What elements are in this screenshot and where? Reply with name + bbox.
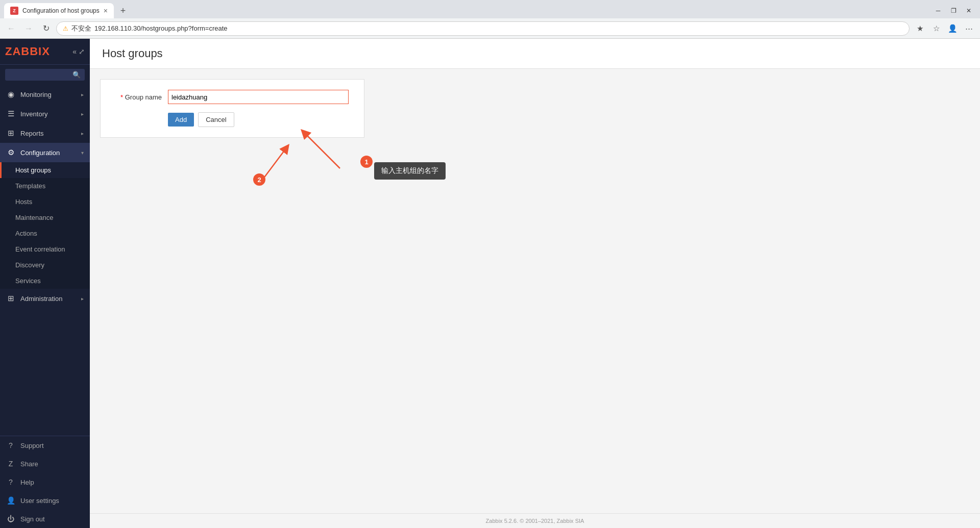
cancel-button[interactable]: Cancel	[198, 112, 234, 127]
sidebar-bottom: ? Support Z Share ? Help 👤 User settings…	[0, 436, 90, 528]
profile-button[interactable]: 👤	[945, 21, 960, 36]
close-tab-button[interactable]: ×	[104, 7, 108, 15]
sidebar-item-sign-out[interactable]: ⏻ Sign out	[0, 510, 90, 528]
sidebar-bottom-label: Help	[20, 479, 34, 486]
sidebar-item-reports[interactable]: ⊞ Reports ▸	[0, 123, 90, 143]
sidebar-item-templates[interactable]: Templates	[0, 178, 90, 194]
sidebar-item-host-groups[interactable]: Host groups	[0, 162, 90, 178]
annotation-tooltip: 输入主机组的名字	[374, 162, 446, 180]
close-window-button[interactable]: ✕	[962, 4, 976, 18]
sidebar-item-administration[interactable]: ⊞ Administration ▸	[0, 289, 90, 308]
sidebar-item-event-correlation[interactable]: Event correlation	[0, 241, 90, 257]
reload-button[interactable]: ↻	[39, 21, 53, 36]
group-name-input[interactable]	[168, 90, 349, 104]
sidebar-item-configuration[interactable]: ⚙ Configuration ▾	[0, 143, 90, 162]
search-box: 🔍	[0, 65, 90, 85]
configuration-icon: ⚙	[6, 148, 15, 157]
group-name-row: * Group name	[116, 90, 349, 104]
tab-title: Configuration of host groups	[22, 7, 100, 14]
search-wrap[interactable]: 🔍	[5, 69, 85, 81]
logo-controls: « ⤢	[72, 47, 85, 56]
expand-button[interactable]: ⤢	[79, 47, 85, 56]
sidebar-logo: ZABBIX « ⤢	[0, 39, 90, 65]
security-icon: ⚠	[63, 25, 68, 32]
collapse-button[interactable]: «	[72, 47, 77, 56]
monitoring-icon: ◉	[6, 90, 15, 99]
sidebar-item-monitoring[interactable]: ◉ Monitoring ▸	[0, 85, 90, 104]
sidebar-bottom-label: Support	[20, 442, 44, 449]
logo-text: ZABBIX	[5, 45, 50, 58]
configuration-sub-nav: Host groups Templates Hosts Maintenance …	[0, 162, 90, 289]
inventory-icon: ☰	[6, 109, 15, 118]
back-button[interactable]: ←	[4, 21, 18, 36]
browser-chrome: Z Configuration of host groups × + ─ ❐ ✕…	[0, 0, 980, 39]
forward-button[interactable]: →	[21, 21, 36, 36]
sidebar: ZABBIX « ⤢ 🔍 ◉ Monitoring ▸ ☰ Inventory …	[0, 39, 90, 528]
form-buttons: Add Cancel	[116, 112, 349, 127]
bookmark-button[interactable]: ☆	[929, 21, 943, 36]
chevron-right-icon: ▸	[81, 92, 84, 97]
search-icon: 🔍	[72, 71, 81, 79]
sign-out-icon: ⏻	[6, 515, 15, 523]
sidebar-bottom-label: Sign out	[20, 515, 45, 523]
chevron-right-icon: ▸	[81, 296, 84, 301]
address-text: 192.168.110.30/hostgroups.php?form=creat…	[94, 24, 228, 32]
address-bar: ← → ↻ ⚠ 不安全 192.168.110.30/hostgroups.ph…	[0, 18, 980, 39]
sidebar-item-user-settings[interactable]: 👤 User settings	[0, 491, 90, 510]
add-button[interactable]: Add	[168, 113, 194, 127]
sidebar-item-label: Inventory	[20, 110, 76, 118]
tab-bar: Z Configuration of host groups × + ─ ❐ ✕	[0, 0, 980, 18]
new-tab-button[interactable]: +	[116, 4, 130, 18]
sidebar-item-share[interactable]: Z Share	[0, 455, 90, 473]
sidebar-bottom-label: Share	[20, 460, 38, 468]
support-icon: ?	[6, 441, 15, 449]
main-content: Host groups * Group name Add Cancel 1 输入…	[90, 39, 980, 528]
sidebar-item-label: Monitoring	[20, 91, 76, 98]
menu-button[interactable]: ⋯	[962, 21, 976, 36]
required-asterisk: *	[120, 93, 123, 101]
sidebar-item-actions[interactable]: Actions	[0, 225, 90, 241]
sidebar-item-discovery[interactable]: Discovery	[0, 257, 90, 273]
minimize-button[interactable]: ─	[931, 4, 945, 18]
footer-text: Zabbix 5.2.6. © 2001–2021, Zabbix SIA	[486, 518, 584, 524]
restore-button[interactable]: ❐	[946, 4, 961, 18]
sidebar-item-maintenance[interactable]: Maintenance	[0, 210, 90, 225]
form-panel: * Group name Add Cancel	[100, 79, 364, 138]
sidebar-item-hosts[interactable]: Hosts	[0, 194, 90, 210]
window-controls: ─ ❐ ✕	[931, 4, 980, 18]
security-label: 不安全	[71, 24, 91, 33]
chevron-right-icon: ▸	[81, 111, 84, 117]
tab-favicon: Z	[10, 7, 18, 15]
page-title: Host groups	[102, 47, 968, 60]
chevron-down-icon: ▾	[81, 150, 84, 156]
extensions-button[interactable]: ★	[913, 21, 927, 36]
reports-icon: ⊞	[6, 129, 15, 138]
sidebar-item-services[interactable]: Services	[0, 273, 90, 289]
content-area: * Group name Add Cancel 1 输入主机组的名字	[90, 69, 980, 513]
sidebar-item-label: Administration	[20, 295, 76, 303]
address-input[interactable]: ⚠ 不安全 192.168.110.30/hostgroups.php?form…	[56, 21, 910, 36]
browser-actions: ★ ☆ 👤 ⋯	[913, 21, 976, 36]
administration-icon: ⊞	[6, 294, 15, 303]
share-icon: Z	[6, 460, 15, 468]
user-settings-icon: 👤	[6, 496, 15, 505]
chevron-right-icon: ▸	[81, 131, 84, 136]
sidebar-item-help[interactable]: ? Help	[0, 473, 90, 491]
sidebar-item-inventory[interactable]: ☰ Inventory ▸	[0, 104, 90, 123]
group-name-label: * Group name	[116, 93, 162, 101]
step2-circle: 2	[253, 173, 265, 186]
app-layout: ZABBIX « ⤢ 🔍 ◉ Monitoring ▸ ☰ Inventory …	[0, 39, 980, 528]
search-input[interactable]	[9, 71, 70, 79]
step1-circle: 1	[360, 156, 373, 168]
svg-line-1	[263, 148, 286, 179]
app-footer: Zabbix 5.2.6. © 2001–2021, Zabbix SIA	[90, 513, 980, 528]
svg-line-0	[304, 133, 340, 168]
sidebar-item-label: Configuration	[20, 149, 76, 157]
sidebar-item-support[interactable]: ? Support	[0, 436, 90, 455]
active-tab[interactable]: Z Configuration of host groups ×	[4, 3, 114, 18]
sidebar-bottom-label: User settings	[20, 497, 59, 505]
sidebar-item-label: Reports	[20, 130, 76, 137]
page-header: Host groups	[90, 39, 980, 69]
help-icon: ?	[6, 478, 15, 486]
